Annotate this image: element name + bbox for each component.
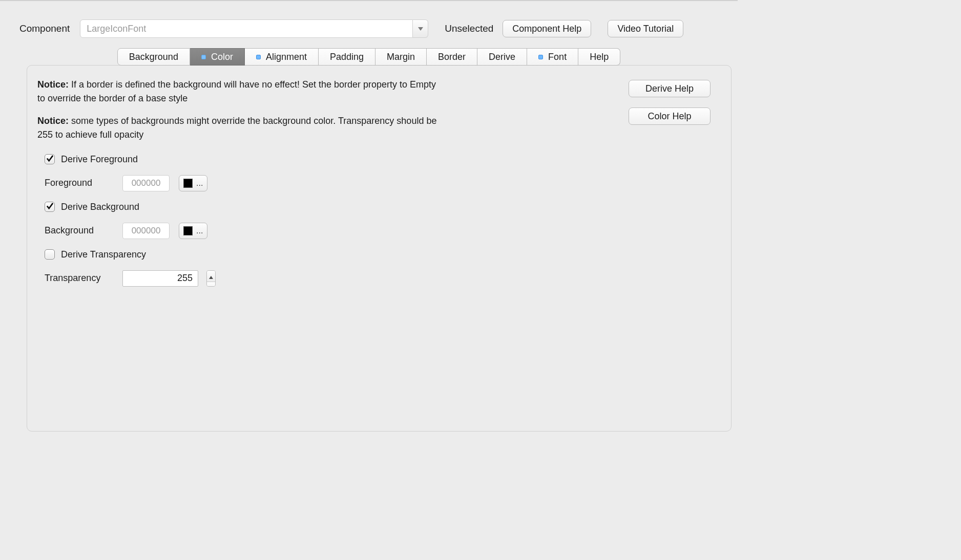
tab-font[interactable]: Font bbox=[527, 48, 578, 66]
color-form: Derive Foreground Foreground ... bbox=[45, 154, 498, 287]
background-label: Background bbox=[45, 225, 113, 236]
derive-background-checkbox[interactable] bbox=[45, 202, 55, 212]
notice-border: Notice: If a border is defined the backg… bbox=[37, 78, 437, 105]
tab-bar: Background Color Alignment Padding Margi… bbox=[0, 48, 738, 66]
color-swatch-icon bbox=[183, 179, 193, 188]
panel-side-buttons: Derive Help Color Help bbox=[629, 78, 721, 421]
tab-border[interactable]: Border bbox=[427, 48, 477, 66]
foreground-row: Foreground ... bbox=[45, 175, 498, 191]
tab-label: Background bbox=[129, 52, 178, 62]
tab-derive[interactable]: Derive bbox=[477, 48, 527, 66]
notice-prefix: Notice: bbox=[37, 79, 69, 90]
notice-text: If a border is defined the background wi… bbox=[37, 79, 436, 103]
component-input[interactable] bbox=[80, 19, 413, 38]
tab-label: Help bbox=[590, 52, 609, 62]
tab-margin[interactable]: Margin bbox=[375, 48, 427, 66]
ellipsis-label: ... bbox=[196, 226, 203, 235]
background-hex-input[interactable] bbox=[122, 223, 170, 239]
header-row: Component Unselected Component Help Vide… bbox=[0, 19, 738, 48]
derive-transparency-row: Derive Transparency bbox=[45, 249, 498, 260]
tab-label: Padding bbox=[330, 52, 364, 62]
background-color-picker[interactable]: ... bbox=[179, 223, 207, 239]
derive-transparency-checkbox[interactable] bbox=[45, 249, 55, 260]
chevron-down-icon bbox=[417, 24, 424, 34]
tab-color[interactable]: Color bbox=[190, 48, 245, 66]
transparency-label: Transparency bbox=[45, 273, 113, 284]
foreground-color-picker[interactable]: ... bbox=[179, 175, 207, 191]
foreground-hex-input[interactable] bbox=[122, 175, 170, 191]
state-label: Unselected bbox=[445, 23, 493, 34]
notice-prefix: Notice: bbox=[37, 116, 69, 126]
transparency-row: Transparency bbox=[45, 270, 498, 287]
tab-label: Font bbox=[548, 52, 567, 62]
chevron-up-icon bbox=[209, 271, 213, 282]
notice-background: Notice: some types of backgrounds might … bbox=[37, 114, 437, 141]
video-tutorial-button[interactable]: Video Tutorial bbox=[608, 20, 683, 37]
notice-text: some types of backgrounds might override… bbox=[37, 116, 436, 140]
tab-label: Alignment bbox=[266, 52, 307, 62]
background-row: Background ... bbox=[45, 223, 498, 239]
tab-background[interactable]: Background bbox=[117, 48, 190, 66]
tab-label: Margin bbox=[387, 52, 415, 62]
chevron-down-icon bbox=[209, 282, 213, 287]
component-label: Component bbox=[19, 23, 70, 34]
color-swatch-icon bbox=[183, 226, 193, 235]
derive-help-button[interactable]: Derive Help bbox=[629, 80, 711, 97]
ellipsis-label: ... bbox=[196, 179, 203, 188]
derive-foreground-checkbox[interactable] bbox=[45, 154, 55, 164]
derive-background-label: Derive Background bbox=[61, 202, 139, 212]
derive-transparency-label: Derive Transparency bbox=[61, 249, 146, 260]
component-dropdown-button[interactable] bbox=[413, 19, 428, 38]
component-combobox[interactable] bbox=[80, 19, 428, 38]
checkmark-icon bbox=[46, 154, 54, 165]
derive-background-row: Derive Background bbox=[45, 202, 498, 212]
tab-panel: Notice: If a border is defined the backg… bbox=[27, 65, 732, 432]
tab-padding[interactable]: Padding bbox=[319, 48, 375, 66]
stepper-down-button[interactable] bbox=[207, 282, 215, 287]
tab-alignment[interactable]: Alignment bbox=[245, 48, 319, 66]
color-help-button[interactable]: Color Help bbox=[629, 107, 711, 125]
transparency-stepper[interactable] bbox=[206, 270, 216, 287]
tab-label: Color bbox=[211, 52, 233, 62]
override-indicator-icon bbox=[256, 55, 261, 59]
transparency-input[interactable] bbox=[122, 270, 198, 287]
override-indicator-icon bbox=[538, 55, 543, 59]
tab-label: Border bbox=[438, 52, 466, 62]
svg-marker-0 bbox=[418, 27, 423, 31]
override-indicator-icon bbox=[201, 55, 206, 59]
checkmark-icon bbox=[46, 202, 54, 212]
derive-foreground-row: Derive Foreground bbox=[45, 154, 498, 165]
derive-foreground-label: Derive Foreground bbox=[61, 154, 138, 165]
tab-label: Derive bbox=[489, 52, 515, 62]
panel-content: Notice: If a border is defined the backg… bbox=[37, 78, 498, 421]
stepper-up-button[interactable] bbox=[207, 271, 215, 282]
theme-editor-root: Component Unselected Component Help Vide… bbox=[0, 0, 738, 430]
svg-marker-1 bbox=[209, 276, 213, 279]
tab-help[interactable]: Help bbox=[578, 48, 620, 66]
component-help-button[interactable]: Component Help bbox=[503, 20, 591, 37]
foreground-label: Foreground bbox=[45, 178, 113, 188]
